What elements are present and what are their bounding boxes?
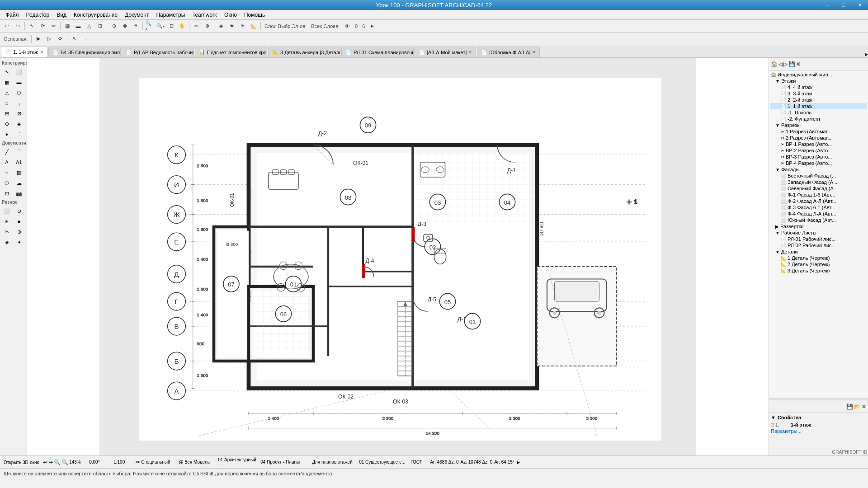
open3d-button[interactable]: Открыть 3D-окно <box>2 459 41 465</box>
lt-morph-btn[interactable]: ◈ <box>13 119 25 129</box>
menu-construct[interactable]: Конструирование <box>70 11 121 19</box>
grid-button[interactable]: # <box>131 21 141 31</box>
tree-facade-east[interactable]: ⬜ Восточный Фасад (... <box>770 173 867 179</box>
rp-close-btn[interactable]: ✕ <box>796 61 801 67</box>
tree-section-2[interactable]: ✂ 2 Разрез (Автомат... <box>770 135 867 141</box>
lt-cut-btn[interactable]: ✂ <box>1 227 13 237</box>
tree-detail-1[interactable]: 📐 1 Деталь (Чертеж) <box>770 255 867 261</box>
lt-facade-btn[interactable]: ◈ <box>1 237 13 247</box>
slab-button[interactable]: ▬ <box>73 21 83 31</box>
bt-layer-current[interactable]: 01 Существующее с... <box>359 460 409 465</box>
layers-more-button[interactable]: ▸ <box>368 21 377 31</box>
undo-button[interactable]: ↩ <box>2 21 12 31</box>
menu-teamwork[interactable]: Teamwork <box>189 11 221 19</box>
tree-detail-2[interactable]: 📐 2 Деталь (Чертеж) <box>770 261 867 267</box>
prop-params-link[interactable]: Параметры... <box>771 428 802 434</box>
tree-facade-f3[interactable]: ⬜ Ф-3 Фасад 6-1 (Авт... <box>770 204 867 211</box>
lt-camera-btn[interactable]: 📷 <box>13 188 25 198</box>
lt-col-btn[interactable]: ╷ <box>13 98 25 108</box>
lt-niche-btn[interactable]: ⌂ <box>1 98 13 108</box>
lt-obj-btn[interactable]: ⊙ <box>13 206 25 216</box>
lt-rect-btn[interactable]: ⬜ <box>1 206 13 216</box>
properties-header[interactable]: ▼ Свойства <box>771 415 866 420</box>
select-button[interactable]: ↖ <box>27 21 37 31</box>
tree-section-1[interactable]: ✂ 1 Разрез (Автомат... <box>770 128 867 135</box>
lt-slab-btn[interactable]: ▬ <box>13 77 25 87</box>
close-button[interactable]: ✕ <box>852 0 868 10</box>
tab-3[interactable]: 📊 Подсчёт компонентов кро... ✕ <box>195 47 267 57</box>
minimize-button[interactable]: ─ <box>819 0 835 10</box>
bt-model[interactable]: Вся Модель <box>184 460 216 465</box>
lt-shell-btn[interactable]: ⬡ <box>13 88 25 98</box>
bt-plan-type[interactable]: Для планов этажей <box>312 460 357 465</box>
rp-forward-btn[interactable]: ▷ <box>783 61 788 67</box>
lt-wall-btn[interactable]: ▦ <box>1 77 13 87</box>
snap2-button[interactable]: ⊗ <box>120 21 130 31</box>
bt-grid-icon[interactable]: ⊞ <box>179 459 184 465</box>
osnova-btn2[interactable]: ▷ <box>44 34 54 44</box>
section-button[interactable]: ⊗ <box>202 21 212 31</box>
snap-button[interactable]: ⊕ <box>109 21 119 31</box>
lt-line-btn[interactable]: ╱ <box>1 147 13 157</box>
tabs-more-button[interactable]: ▸ <box>865 51 868 57</box>
measure-button[interactable]: 📐 <box>249 21 259 31</box>
bt-penset[interactable]: ✏ <box>136 459 140 465</box>
rp-home-btn[interactable]: 🏠 <box>771 61 778 67</box>
tree-floor-m1[interactable]: 📄 -1. Цоколь <box>770 109 867 116</box>
lt-stair-btn[interactable]: ♦ <box>1 129 13 139</box>
lt-arc-btn[interactable]: ⌒ <box>13 147 25 157</box>
tab-7[interactable]: 📄 [Обложка Ф-А3-А] ✕ <box>477 47 540 57</box>
tree-ws-1[interactable]: 📄 РЛ-01 Рабочий лис... <box>770 236 867 242</box>
tab-4[interactable]: 📐 3 Деталь анкера [3 Деталь] ✕ <box>268 47 340 57</box>
lt-detail-btn[interactable]: ⊕ <box>13 227 25 237</box>
lt-select2-btn[interactable]: ⬜ <box>13 67 25 77</box>
bt-standard[interactable]: ГОСТ <box>410 460 426 465</box>
tree-floor-2[interactable]: 📄 2. 2-й этаж <box>770 97 867 103</box>
menu-window[interactable]: Окно <box>221 11 241 19</box>
bt-redo[interactable]: ↪ <box>48 459 53 465</box>
bt-zoomout[interactable]: 🔍 <box>61 459 68 465</box>
tree-worksheets-folder[interactable]: ▼ Рабочие Листы <box>770 230 867 236</box>
maximize-button[interactable]: □ <box>835 0 852 10</box>
bt-more[interactable]: ▸ <box>517 459 520 465</box>
lt-cloud-btn[interactable]: ☁ <box>13 178 25 188</box>
tree-floors-folder[interactable]: ▼ Этажи <box>770 78 867 84</box>
rotate-button[interactable]: ⟳ <box>38 21 47 31</box>
tree-facade-f2[interactable]: ⬜ Ф-2 Фасад А-Л (Авт... <box>770 198 867 204</box>
rp-open-btn[interactable]: 📂 <box>854 404 861 410</box>
lt-beam-btn[interactable]: ⊞ <box>1 108 13 118</box>
tree-facade-f1[interactable]: ⬜ Ф-1 Фасад 1-6 (Авт... <box>770 192 867 198</box>
lt-hatch-btn[interactable]: ▦ <box>13 168 25 178</box>
tab-close-6[interactable]: ✕ <box>468 50 472 55</box>
zoom-out-button[interactable]: 🔍- <box>156 21 165 31</box>
tab-close-7[interactable]: ✕ <box>532 50 536 55</box>
bt-undo[interactable]: ↩ <box>43 459 47 465</box>
lt-marker-btn[interactable]: ⊡ <box>1 188 13 198</box>
tree-floor-m2[interactable]: 📄 -2. Фундамент <box>770 116 867 122</box>
tab-0[interactable]: 📄 1. 1-й этаж ✕ <box>1 47 47 57</box>
layer-eye-button[interactable]: 👁 <box>342 21 352 31</box>
tree-floor-1[interactable]: 📄 1. 1-й этаж <box>770 103 867 109</box>
rp-save-btn[interactable]: 💾 <box>788 61 795 67</box>
pencil-button[interactable]: ✏ <box>48 21 58 31</box>
tree-section-vr2[interactable]: ✂ ВР-2 Разрез (Авто... <box>770 147 867 154</box>
bt-style[interactable]: Специальный <box>141 460 177 465</box>
tab-1[interactable]: 📄 Б4-35 Спецификация пил... ✕ <box>48 47 121 57</box>
plan-cut-button[interactable]: ✂ <box>191 21 201 31</box>
tree-ws-2[interactable]: 📄 РЛ-02 Рабочий лис... <box>770 242 867 249</box>
lt-fig-btn[interactable]: ⬠ <box>1 178 13 188</box>
menu-file[interactable]: Файл <box>2 11 23 19</box>
lt-grid-btn[interactable]: ⊠ <box>13 108 25 118</box>
tree-floor-4[interactable]: 📄 4. 4-й этаж <box>770 84 867 90</box>
tab-6[interactable]: 📄 [А3-А-Мой макет] ✕ <box>415 47 476 57</box>
render-button[interactable]: ★ <box>227 21 237 31</box>
tree-details-folder[interactable]: ▼ Детали <box>770 249 867 255</box>
redo-button[interactable]: ↪ <box>13 21 23 31</box>
lt-select-btn[interactable]: ↖ <box>1 67 13 77</box>
tree-section-vr3[interactable]: ✂ ВР-3 Разрез (Авто... <box>770 154 867 160</box>
column-button[interactable]: ⊞ <box>95 21 105 31</box>
osnova-btn4[interactable]: ↖ <box>69 34 79 44</box>
tab-close-0[interactable]: ✕ <box>40 50 43 55</box>
roof-button[interactable]: △ <box>84 21 94 31</box>
tree-detail-3[interactable]: 📐 3 Деталь (Чертеж) <box>770 267 867 274</box>
